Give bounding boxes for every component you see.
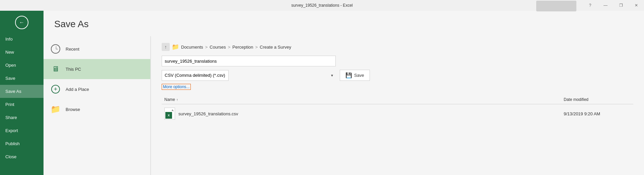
file-list-header: Name ↑ Date modified xyxy=(162,95,633,104)
add-place-icon: + xyxy=(50,84,61,95)
sidebar-item-open[interactable]: Open xyxy=(0,59,44,72)
filetype-row: CSV (Comma delimited) (*.csv)Excel Workb… xyxy=(162,70,633,81)
filetype-select-wrapper: CSV (Comma delimited) (*.csv)Excel Workb… xyxy=(162,70,336,81)
location-browse-label: Browse xyxy=(66,107,80,112)
breadcrumb-part-courses: Courses xyxy=(210,45,226,50)
save-button[interactable]: 💾 Save xyxy=(340,70,370,81)
save-button-label: Save xyxy=(354,73,364,78)
main-container: ← Info New Open Save Save As Print Share… xyxy=(0,11,644,175)
location-this-pc[interactable]: 🖥 This PC xyxy=(44,59,150,79)
back-button[interactable]: ← xyxy=(15,16,28,29)
maximize-button[interactable]: ❐ xyxy=(613,0,629,11)
file-cell-name: a, X survey_19526_translations.csv xyxy=(164,108,564,120)
page-title: Save As xyxy=(44,11,644,36)
location-browse[interactable]: 📁 Browse xyxy=(44,99,150,119)
file-icon: a, X xyxy=(164,108,175,120)
sidebar-item-export[interactable]: Export xyxy=(0,124,44,137)
save-panel: ↑ 📁 Documents > Courses > Perception > C… xyxy=(151,36,644,175)
help-button[interactable]: ? xyxy=(582,0,598,11)
sidebar-item-info[interactable]: Info xyxy=(0,33,44,46)
sidebar-item-share[interactable]: Share xyxy=(0,111,44,124)
location-recent-label: Recent xyxy=(66,47,79,52)
profile-area xyxy=(536,1,576,11)
locations-panel: Recent 🖥 This PC + Add a Place xyxy=(44,36,151,175)
breadcrumb: ↑ 📁 Documents > Courses > Perception > C… xyxy=(162,43,633,51)
titlebar: survey_19526_translations - Excel ? — ❐ … xyxy=(0,0,644,11)
saveas-layout: Recent 🖥 This PC + Add a Place xyxy=(44,36,644,175)
window-controls: ? — ❐ ✕ xyxy=(582,0,644,11)
file-name: survey_19526_translations.csv xyxy=(178,111,238,116)
computer-icon: 🖥 xyxy=(50,64,61,74)
sidebar-item-new[interactable]: New xyxy=(0,46,44,59)
breadcrumb-sep-3: > xyxy=(255,45,258,50)
filetype-select[interactable]: CSV (Comma delimited) (*.csv)Excel Workb… xyxy=(162,70,229,81)
breadcrumb-folder-icon: 📁 xyxy=(172,43,179,51)
sidebar-item-save[interactable]: Save xyxy=(0,72,44,85)
col-name-header: Name ↑ xyxy=(164,97,564,102)
close-window-button[interactable]: ✕ xyxy=(629,0,644,11)
breadcrumb-part-documents: Documents xyxy=(181,45,203,50)
breadcrumb-part-survey: Create a Survey xyxy=(260,45,291,50)
breadcrumb-up-button[interactable]: ↑ xyxy=(162,43,170,51)
sort-arrow-icon: ↑ xyxy=(176,98,178,102)
table-row: a, X survey_19526_translations.csv 9/13/… xyxy=(162,105,633,122)
location-recent[interactable]: Recent xyxy=(44,39,150,59)
minimize-button[interactable]: — xyxy=(598,0,613,11)
filename-input[interactable] xyxy=(162,56,336,66)
location-this-pc-label: This PC xyxy=(66,67,81,72)
window-title: survey_19526_translations - Excel xyxy=(291,3,352,8)
breadcrumb-sep-2: > xyxy=(228,45,231,50)
sidebar-item-close[interactable]: Close xyxy=(0,150,44,163)
sidebar-item-save-as[interactable]: Save As xyxy=(0,85,44,98)
file-date: 9/13/2019 9:20 AM xyxy=(564,111,631,116)
sidebar-item-print[interactable]: Print xyxy=(0,98,44,111)
save-button-icon: 💾 xyxy=(345,72,352,78)
sidebar-item-publish[interactable]: Publish xyxy=(0,137,44,150)
col-date-header: Date modified xyxy=(564,97,631,102)
more-options-link[interactable]: More options... xyxy=(162,84,191,90)
content-area: Save As Recent 🖥 This PC xyxy=(44,11,644,175)
breadcrumb-sep-1: > xyxy=(205,45,208,50)
location-add-place-label: Add a Place xyxy=(66,87,89,92)
clock-icon xyxy=(50,44,61,54)
sidebar: ← Info New Open Save Save As Print Share… xyxy=(0,11,44,175)
folder-icon: 📁 xyxy=(50,104,61,115)
breadcrumb-part-perception: Perception xyxy=(232,45,253,50)
filename-row xyxy=(162,56,633,66)
location-add-place[interactable]: + Add a Place xyxy=(44,79,150,99)
